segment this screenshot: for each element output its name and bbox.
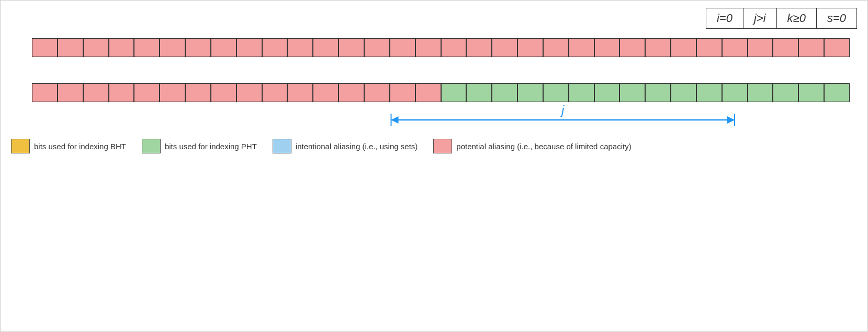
pc-row-2: [1, 83, 867, 102]
condition-table: i=0j>ik≥0s=0: [706, 8, 857, 29]
bit-cell-1-24: [645, 38, 671, 57]
bit-cell-1-30: [798, 38, 824, 57]
bit-cell-2-1: [58, 83, 83, 102]
bit-cell-2-14: [390, 83, 415, 102]
bit-cell-2-22: [594, 83, 620, 102]
bit-cell-2-6: [185, 83, 211, 102]
bit-cell-1-13: [364, 38, 390, 57]
bit-cell-2-28: [748, 83, 773, 102]
legend: bits used for indexing BHTbits used for …: [1, 131, 867, 153]
bit-cell-2-13: [364, 83, 390, 102]
svg-marker-1: [391, 116, 399, 124]
legend-item-0: bits used for indexing BHT: [11, 139, 126, 153]
bit-cell-2-27: [722, 83, 748, 102]
bit-cell-2-30: [798, 83, 824, 102]
bit-cell-1-23: [619, 38, 645, 57]
bit-cell-2-17: [466, 83, 492, 102]
legend-box-pink: [433, 139, 452, 153]
bit-cell-1-28: [748, 38, 773, 57]
legend-text-2: intentional aliasing (i.e., using sets): [296, 142, 418, 151]
legend-item-1: bits used for indexing PHT: [142, 139, 257, 153]
bit-cell-2-20: [543, 83, 569, 102]
bit-cell-2-15: [415, 83, 441, 102]
bit-cell-2-8: [236, 83, 262, 102]
legend-item-2: intentional aliasing (i.e., using sets): [273, 139, 418, 153]
bit-cell-1-26: [696, 38, 722, 57]
bit-cell-1-8: [236, 38, 262, 57]
legend-box-green: [142, 139, 161, 153]
bit-cell-1-7: [211, 38, 236, 57]
bit-cell-1-18: [492, 38, 517, 57]
condition-cell-3: s=0: [816, 8, 856, 29]
bit-cell-1-27: [722, 38, 748, 57]
bit-cell-1-22: [594, 38, 620, 57]
bit-cell-2-4: [134, 83, 160, 102]
bit-cell-2-26: [696, 83, 722, 102]
bit-cell-2-5: [160, 83, 185, 102]
bit-cell-2-29: [773, 83, 798, 102]
bit-cell-1-3: [109, 38, 134, 57]
bit-cell-1-6: [185, 38, 211, 57]
bit-cell-2-3: [109, 83, 134, 102]
svg-text:j: j: [560, 103, 565, 117]
condition-cell-2: k≥0: [776, 8, 816, 29]
bit-cell-2-10: [287, 83, 313, 102]
bit-cell-1-11: [313, 38, 339, 57]
legend-box-yellow: [11, 139, 30, 153]
bit-cell-1-17: [466, 38, 492, 57]
bit-cell-1-4: [134, 38, 160, 57]
bit-cell-1-20: [543, 38, 569, 57]
bit-cell-1-21: [569, 38, 594, 57]
condition-cell-0: i=0: [706, 8, 743, 29]
bit-cell-1-19: [517, 38, 543, 57]
bit-cell-1-16: [441, 38, 467, 57]
legend-box-blue: [273, 139, 291, 153]
bit-cell-1-29: [773, 38, 798, 57]
bit-cell-2-21: [569, 83, 594, 102]
bit-cell-1-1: [58, 38, 83, 57]
bit-cell-1-2: [83, 38, 109, 57]
legend-text-3: potential aliasing (i.e., because of lim…: [456, 142, 631, 151]
bit-cell-2-0: [32, 83, 58, 102]
bit-cell-2-2: [83, 83, 109, 102]
condition-cell-1: j>i: [743, 8, 776, 29]
bit-cell-2-7: [211, 83, 236, 102]
bit-bar-2: [32, 83, 850, 102]
bit-cell-2-24: [645, 83, 671, 102]
bit-cell-1-31: [824, 38, 850, 57]
bit-cell-2-31: [824, 83, 850, 102]
bit-cell-1-14: [390, 38, 415, 57]
bit-cell-1-9: [262, 38, 288, 57]
legend-item-3: potential aliasing (i.e., because of lim…: [433, 139, 631, 153]
header: i=0j>ik≥0s=0: [1, 1, 867, 29]
svg-marker-2: [727, 116, 735, 124]
bit-cell-2-9: [262, 83, 288, 102]
arrow-section: j: [11, 102, 857, 131]
bit-cell-2-18: [492, 83, 517, 102]
bit-cell-1-25: [671, 38, 696, 57]
bit-cell-1-10: [287, 38, 313, 57]
legend-text-0: bits used for indexing BHT: [34, 142, 126, 151]
pc-row-1: [1, 38, 867, 57]
bit-cell-1-12: [339, 38, 364, 57]
bit-cell-2-11: [313, 83, 339, 102]
legend-text-1: bits used for indexing PHT: [165, 142, 257, 151]
bit-cell-2-19: [517, 83, 543, 102]
bit-cell-2-12: [339, 83, 364, 102]
bit-cell-2-16: [441, 83, 467, 102]
bit-cell-2-25: [671, 83, 696, 102]
main-container: i=0j>ik≥0s=0 j bits used for indexing BH…: [0, 0, 868, 332]
bit-cell-1-15: [415, 38, 441, 57]
spacer-1: [1, 57, 867, 83]
bit-cell-1-0: [32, 38, 58, 57]
bit-bar-1: [32, 38, 850, 57]
arrow-svg: j: [11, 102, 857, 131]
bit-cell-1-5: [160, 38, 185, 57]
bit-cell-2-23: [619, 83, 645, 102]
